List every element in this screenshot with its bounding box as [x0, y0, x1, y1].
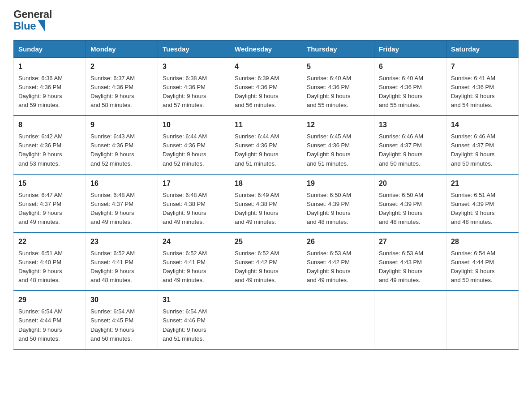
day-info: Sunrise: 6:40 AMSunset: 4:36 PMDaylight:…: [307, 75, 351, 108]
calendar-cell: 12Sunrise: 6:45 AMSunset: 4:36 PMDayligh…: [302, 116, 374, 174]
day-info: Sunrise: 6:51 AMSunset: 4:39 PMDaylight:…: [451, 192, 495, 225]
calendar-week-row: 22Sunrise: 6:51 AMSunset: 4:40 PMDayligh…: [14, 232, 519, 291]
calendar-week-row: 15Sunrise: 6:47 AMSunset: 4:37 PMDayligh…: [14, 174, 519, 232]
calendar-cell: 3Sunrise: 6:38 AMSunset: 4:36 PMDaylight…: [158, 58, 230, 116]
day-number: 24: [163, 236, 225, 248]
day-info: Sunrise: 6:52 AMSunset: 4:41 PMDaylight:…: [90, 250, 135, 283]
calendar-cell: 17Sunrise: 6:48 AMSunset: 4:38 PMDayligh…: [158, 174, 230, 232]
day-number: 16: [90, 178, 153, 189]
day-info: Sunrise: 6:48 AMSunset: 4:37 PMDaylight:…: [90, 192, 135, 225]
calendar-week-row: 8Sunrise: 6:42 AMSunset: 4:36 PMDaylight…: [14, 116, 519, 174]
calendar-cell: 19Sunrise: 6:50 AMSunset: 4:39 PMDayligh…: [302, 174, 374, 232]
day-number: 11: [235, 120, 297, 131]
calendar-cell: 28Sunrise: 6:54 AMSunset: 4:44 PMDayligh…: [446, 232, 519, 291]
day-info: Sunrise: 6:48 AMSunset: 4:38 PMDaylight:…: [163, 192, 207, 225]
calendar-day-header: Saturday: [446, 41, 519, 58]
day-info: Sunrise: 6:53 AMSunset: 4:42 PMDaylight:…: [307, 250, 351, 283]
day-number: 17: [163, 178, 225, 189]
calendar-cell: 1Sunrise: 6:36 AMSunset: 4:36 PMDaylight…: [14, 58, 86, 116]
calendar-day-header: Friday: [374, 41, 446, 58]
calendar-day-header: Sunday: [14, 41, 86, 58]
day-info: Sunrise: 6:52 AMSunset: 4:42 PMDaylight:…: [235, 250, 279, 283]
day-number: 26: [307, 236, 369, 248]
day-info: Sunrise: 6:54 AMSunset: 4:45 PMDaylight:…: [90, 308, 135, 342]
calendar-cell: 24Sunrise: 6:52 AMSunset: 4:41 PMDayligh…: [158, 232, 230, 291]
calendar-cell: 22Sunrise: 6:51 AMSunset: 4:40 PMDayligh…: [14, 232, 86, 291]
day-info: Sunrise: 6:54 AMSunset: 4:44 PMDaylight:…: [451, 250, 495, 283]
day-number: 5: [307, 61, 369, 73]
day-number: 15: [18, 178, 81, 189]
calendar-cell: 10Sunrise: 6:44 AMSunset: 4:36 PMDayligh…: [158, 116, 230, 174]
calendar-cell: 20Sunrise: 6:50 AMSunset: 4:39 PMDayligh…: [374, 174, 446, 232]
page-header: General Blue: [13, 9, 519, 32]
calendar-day-header: Tuesday: [158, 41, 230, 58]
calendar-cell: 18Sunrise: 6:49 AMSunset: 4:38 PMDayligh…: [230, 174, 302, 232]
day-info: Sunrise: 6:39 AMSunset: 4:36 PMDaylight:…: [235, 75, 279, 108]
day-info: Sunrise: 6:54 AMSunset: 4:44 PMDaylight:…: [18, 308, 63, 342]
day-number: 4: [235, 61, 297, 73]
day-info: Sunrise: 6:36 AMSunset: 4:36 PMDaylight:…: [18, 75, 63, 108]
day-number: 25: [235, 236, 297, 248]
calendar-cell: [374, 291, 446, 349]
day-number: 9: [90, 120, 153, 131]
day-number: 12: [307, 120, 369, 131]
logo-triangle-icon: [38, 20, 45, 31]
calendar-week-row: 29Sunrise: 6:54 AMSunset: 4:44 PMDayligh…: [14, 291, 519, 349]
calendar-cell: 14Sunrise: 6:46 AMSunset: 4:37 PMDayligh…: [446, 116, 519, 174]
day-number: 28: [451, 236, 514, 248]
day-info: Sunrise: 6:52 AMSunset: 4:41 PMDaylight:…: [163, 250, 207, 283]
day-number: 13: [379, 120, 442, 131]
calendar-cell: 21Sunrise: 6:51 AMSunset: 4:39 PMDayligh…: [446, 174, 519, 232]
day-number: 23: [90, 236, 153, 248]
day-number: 27: [379, 236, 442, 248]
calendar-cell: 13Sunrise: 6:46 AMSunset: 4:37 PMDayligh…: [374, 116, 446, 174]
day-info: Sunrise: 6:46 AMSunset: 4:37 PMDaylight:…: [379, 133, 423, 167]
day-number: 8: [18, 120, 81, 131]
logo-blue-text: Blue: [13, 21, 36, 31]
day-info: Sunrise: 6:38 AMSunset: 4:36 PMDaylight:…: [163, 75, 207, 108]
day-number: 19: [307, 178, 369, 189]
day-info: Sunrise: 6:50 AMSunset: 4:39 PMDaylight:…: [307, 192, 351, 225]
day-info: Sunrise: 6:47 AMSunset: 4:37 PMDaylight:…: [18, 192, 63, 225]
calendar-week-row: 1Sunrise: 6:36 AMSunset: 4:36 PMDaylight…: [14, 58, 519, 116]
calendar-cell: 29Sunrise: 6:54 AMSunset: 4:44 PMDayligh…: [14, 291, 86, 349]
calendar-day-header: Thursday: [302, 41, 374, 58]
day-info: Sunrise: 6:49 AMSunset: 4:38 PMDaylight:…: [235, 192, 279, 225]
calendar-table: SundayMondayTuesdayWednesdayThursdayFrid…: [13, 40, 519, 350]
calendar-cell: [230, 291, 302, 349]
calendar-cell: 6Sunrise: 6:40 AMSunset: 4:36 PMDaylight…: [374, 58, 446, 116]
day-info: Sunrise: 6:51 AMSunset: 4:40 PMDaylight:…: [18, 250, 63, 283]
calendar-cell: 5Sunrise: 6:40 AMSunset: 4:36 PMDaylight…: [302, 58, 374, 116]
calendar-cell: 23Sunrise: 6:52 AMSunset: 4:41 PMDayligh…: [86, 232, 158, 291]
day-number: 22: [18, 236, 81, 248]
day-number: 31: [163, 295, 225, 306]
day-info: Sunrise: 6:40 AMSunset: 4:36 PMDaylight:…: [379, 75, 423, 108]
day-number: 30: [90, 295, 153, 306]
calendar-day-header: Monday: [86, 41, 158, 58]
calendar-cell: 26Sunrise: 6:53 AMSunset: 4:42 PMDayligh…: [302, 232, 374, 291]
calendar-day-header: Wednesday: [230, 41, 302, 58]
calendar-cell: 7Sunrise: 6:41 AMSunset: 4:36 PMDaylight…: [446, 58, 519, 116]
calendar-cell: 4Sunrise: 6:39 AMSunset: 4:36 PMDaylight…: [230, 58, 302, 116]
calendar-cell: [446, 291, 519, 349]
calendar-cell: 30Sunrise: 6:54 AMSunset: 4:45 PMDayligh…: [86, 291, 158, 349]
day-info: Sunrise: 6:44 AMSunset: 4:36 PMDaylight:…: [163, 133, 207, 167]
day-info: Sunrise: 6:44 AMSunset: 4:36 PMDaylight:…: [235, 133, 279, 167]
calendar-cell: 11Sunrise: 6:44 AMSunset: 4:36 PMDayligh…: [230, 116, 302, 174]
day-number: 29: [18, 295, 81, 306]
day-info: Sunrise: 6:46 AMSunset: 4:37 PMDaylight:…: [451, 133, 495, 167]
day-number: 2: [90, 61, 153, 73]
calendar-cell: 9Sunrise: 6:43 AMSunset: 4:36 PMDaylight…: [86, 116, 158, 174]
day-info: Sunrise: 6:54 AMSunset: 4:46 PMDaylight:…: [163, 308, 207, 342]
calendar-cell: [302, 291, 374, 349]
day-number: 14: [451, 120, 514, 131]
calendar-cell: 31Sunrise: 6:54 AMSunset: 4:46 PMDayligh…: [158, 291, 230, 349]
day-info: Sunrise: 6:41 AMSunset: 4:36 PMDaylight:…: [451, 75, 495, 108]
day-number: 1: [18, 61, 81, 73]
calendar-cell: 25Sunrise: 6:52 AMSunset: 4:42 PMDayligh…: [230, 232, 302, 291]
day-number: 10: [163, 120, 225, 131]
day-number: 7: [451, 61, 514, 73]
day-number: 3: [163, 61, 225, 73]
day-number: 20: [379, 178, 442, 189]
day-number: 21: [451, 178, 514, 189]
